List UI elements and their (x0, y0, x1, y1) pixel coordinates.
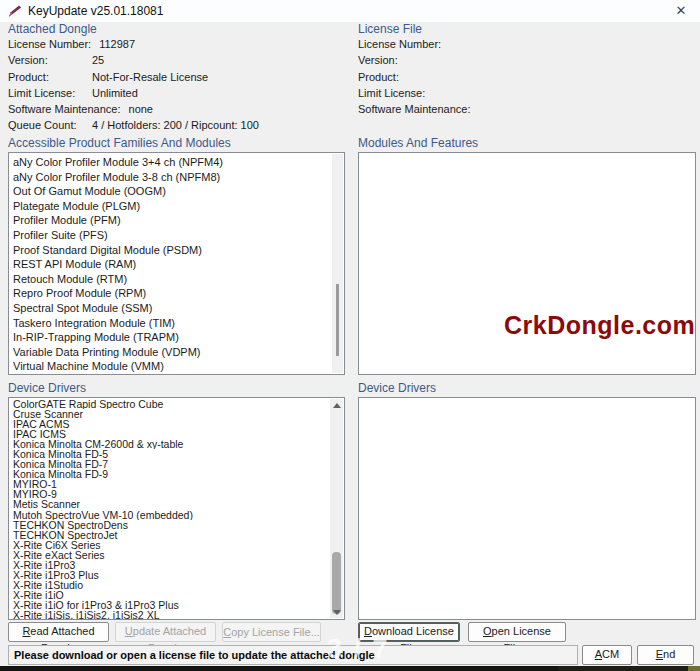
list-item[interactable]: X-Rite i1iSis, i1iSis2, i1iSis2 XL (13, 610, 328, 620)
field-label: Queue Count: (8, 119, 92, 131)
list-item[interactable]: Profiler Module (PFM) (13, 213, 330, 228)
field-row: License Number: (358, 38, 688, 54)
attached-dongle-header: Attached Dongle (8, 22, 97, 36)
list-item[interactable]: Metis Scanner (13, 499, 328, 509)
list-item[interactable]: Variable Data Printing Module (VDPM) (13, 345, 330, 360)
field-row: Product: (358, 71, 688, 87)
field-label: License Number: (8, 38, 99, 50)
field-row: Limit License: (358, 87, 688, 103)
scroll-down-icon[interactable] (330, 606, 343, 618)
product-modules-listbox[interactable]: aNy Color Profiler Module 3+4 ch (NPFM4)… (8, 152, 345, 375)
list-item[interactable]: aNy Color Profiler Module 3+4 ch (NPFM4) (13, 155, 330, 170)
list-item[interactable]: Taskero Integration Module (TIM) (13, 316, 330, 331)
open-license-file-button[interactable]: Open License File... (468, 622, 566, 642)
attached-dongle-fields: License Number: 112987 Version: 25 Produ… (8, 38, 348, 136)
field-label: Software Maintenance: (358, 103, 479, 115)
list-item[interactable]: Virtual Machine Module (VMM) (13, 359, 330, 374)
list-item[interactable]: Profiler Suite (PFS) (13, 228, 330, 243)
list-item[interactable]: IPAC ACMS (13, 419, 328, 429)
acm-tools-button[interactable]: ACM Tools (582, 645, 632, 665)
field-row: License Number: 112987 (8, 38, 348, 54)
scroll-up-icon[interactable] (330, 399, 343, 411)
modules-scrollbar[interactable] (332, 154, 343, 373)
field-label: Software Maintenance: (8, 103, 129, 115)
list-item[interactable]: TECHKON SpectroJet (13, 530, 328, 540)
scrollbar-thumb[interactable] (332, 552, 341, 614)
device-drivers-list: ColorGATE Rapid Spectro Cube Cruse Scann… (9, 398, 344, 620)
field-label: Limit License: (358, 87, 442, 99)
download-license-file-button[interactable]: Download License File (358, 622, 460, 642)
list-item[interactable]: Proof Standard Digital Module (PSDM) (13, 243, 330, 258)
list-item[interactable]: TECHKON SpectroDens (13, 520, 328, 530)
license-file-fields: License Number: Version: Product: Limit … (358, 38, 688, 119)
license-file-header: License File (358, 22, 422, 36)
app-pen-icon (8, 4, 22, 18)
device-drivers-file-header: Device Drivers (358, 381, 436, 395)
list-item[interactable]: X-Rite i1iO (13, 590, 328, 600)
device-drivers-file-listbox[interactable] (358, 397, 696, 620)
list-item[interactable]: Mutoh SpectroVue VM-10 (embedded) (13, 510, 328, 520)
list-item[interactable]: aNy Color Profiler Module 3-8 ch (NPFM8) (13, 170, 330, 185)
list-item[interactable]: X-Rite i1Studio (13, 580, 328, 590)
list-item[interactable]: X-Rite Ci6X Series (13, 540, 328, 550)
field-row: Limit License: Unlimited (8, 87, 348, 103)
field-value: 112987 (99, 38, 135, 50)
update-attached-dongle-button: Update Attached Dongle (115, 622, 216, 642)
list-item[interactable]: REST API Module (RAM) (13, 257, 330, 272)
device-drivers-attached-listbox[interactable]: ColorGATE Rapid Spectro Cube Cruse Scann… (8, 397, 345, 620)
list-item[interactable]: X-Rite i1Pro3 (13, 560, 328, 570)
window-title: KeyUpdate v25.01.18081 (28, 4, 163, 18)
field-value: Unlimited (92, 87, 138, 99)
list-item[interactable]: X-Rite i1Pro3 Plus (13, 570, 328, 580)
list-item[interactable]: Plategate Module (PLGM) (13, 199, 330, 214)
field-label: Version: (8, 54, 92, 66)
end-program-button[interactable]: End Program (637, 645, 694, 665)
field-row: Software Maintenance: none (8, 103, 348, 119)
field-row: Software Maintenance: (358, 103, 688, 119)
list-item[interactable]: In-RIP-Trapping Module (TRAPM) (13, 330, 330, 345)
product-modules-list: aNy Color Profiler Module 3+4 ch (NPFM4)… (9, 153, 344, 374)
field-value: 4 / Hotfolders: 200 / Ripcount: 100 (92, 119, 259, 131)
list-item[interactable]: Spectral Spot Module (SSM) (13, 301, 330, 316)
device-drivers-attached-header: Device Drivers (8, 381, 86, 395)
field-row: Product: Not-For-Resale License (8, 71, 348, 87)
keyupdate-window: KeyUpdate v25.01.18081 ✕ Attached Dongle… (0, 0, 700, 671)
copy-license-file-button: Copy License File... (222, 622, 321, 642)
field-label: Product: (358, 71, 442, 83)
modules-features-header: Modules And Features (358, 136, 478, 150)
field-label: Product: (8, 71, 92, 83)
list-item[interactable]: Konica Minolta FD-5 (13, 449, 328, 459)
list-item[interactable]: ColorGATE Rapid Spectro Cube (13, 399, 328, 409)
list-item[interactable]: MYIRO-1 (13, 479, 328, 489)
crkdongle-watermark: CrkDongle.com (504, 311, 695, 340)
status-message: Please download or open a license file t… (8, 645, 578, 665)
list-item[interactable]: IPAC ICMS (13, 429, 328, 439)
field-label: Limit License: (8, 87, 92, 99)
device-drivers-scrollbar[interactable] (330, 399, 343, 618)
field-value: Not-For-Resale License (92, 71, 208, 83)
bottom-edge-bar (0, 666, 700, 671)
list-item[interactable]: X-Rite i1iO for i1Pro3 & i1Pro3 Plus (13, 600, 328, 610)
close-icon[interactable]: ✕ (670, 2, 692, 20)
list-item[interactable]: Out Of Gamut Module (OOGM) (13, 184, 330, 199)
field-row: Queue Count: 4 / Hotfolders: 200 / Ripco… (8, 119, 348, 135)
list-item[interactable]: Cruse Scanner (13, 409, 328, 419)
modules-features-listbox[interactable]: CrkDongle.com (358, 152, 696, 375)
field-label: Version: (358, 54, 442, 66)
list-item[interactable]: Konica Minolta FD-7 (13, 459, 328, 469)
scrollbar-thumb[interactable] (336, 284, 339, 356)
field-label: License Number: (358, 38, 449, 50)
field-value: 25 (92, 54, 104, 66)
list-item[interactable]: MYIRO-9 (13, 489, 328, 499)
read-attached-dongle-button[interactable]: Read Attached Dongle (8, 622, 109, 642)
list-item[interactable]: Repro Proof Module (RPM) (13, 286, 330, 301)
field-value: none (129, 103, 153, 115)
field-row: Version: 25 (8, 54, 348, 70)
list-item[interactable]: Retouch Module (RTM) (13, 272, 330, 287)
product-modules-header: Accessible Product Families And Modules (8, 136, 231, 150)
list-item[interactable]: Konica Minolta CM-2600d & xy-table (13, 439, 328, 449)
list-item[interactable]: X-Rite eXact Series (13, 550, 328, 560)
field-row: Version: (358, 54, 688, 70)
title-bar: KeyUpdate v25.01.18081 ✕ (0, 0, 700, 22)
list-item[interactable]: Konica Minolta FD-9 (13, 469, 328, 479)
